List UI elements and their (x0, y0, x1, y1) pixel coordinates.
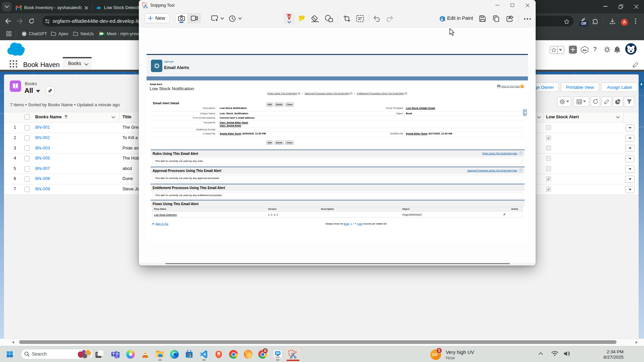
svg-text:TaskPro: TaskPro (275, 357, 281, 358)
